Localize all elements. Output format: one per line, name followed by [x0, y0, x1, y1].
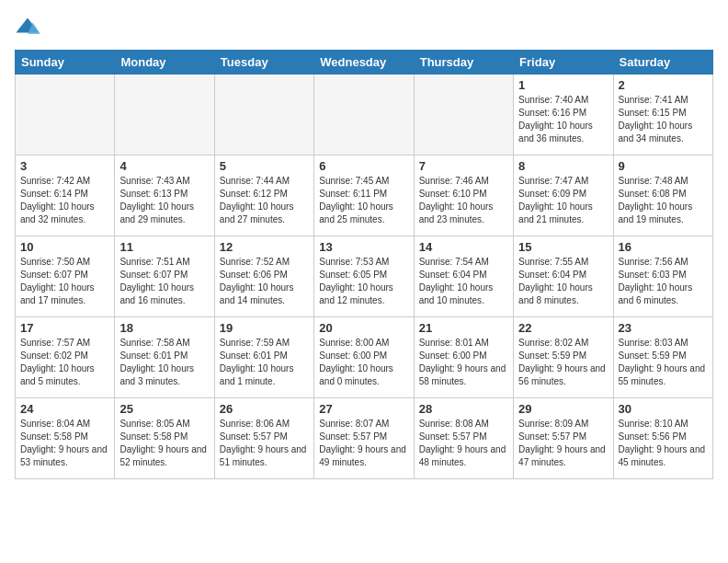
day-info: Sunrise: 8:09 AMSunset: 5:57 PMDaylight:… [518, 418, 608, 469]
day-cell: 15Sunrise: 7:55 AMSunset: 6:04 PMDayligh… [514, 236, 613, 317]
day-cell: 6Sunrise: 7:45 AMSunset: 6:11 PMDaylight… [314, 155, 414, 236]
day-number: 8 [518, 159, 608, 173]
day-cell: 9Sunrise: 7:48 AMSunset: 6:08 PMDaylight… [613, 155, 712, 236]
day-info: Sunrise: 8:01 AMSunset: 6:00 PMDaylight:… [419, 337, 508, 388]
day-cell: 12Sunrise: 7:52 AMSunset: 6:06 PMDayligh… [214, 236, 313, 317]
day-number: 15 [518, 240, 608, 254]
day-number: 27 [319, 402, 408, 416]
calendar-header-row: SundayMondayTuesdayWednesdayThursdayFrid… [16, 51, 713, 75]
col-header-saturday: Saturday [613, 51, 712, 75]
main-container: SundayMondayTuesdayWednesdayThursdayFrid… [0, 0, 728, 487]
day-info: Sunrise: 7:40 AMSunset: 6:16 PMDaylight:… [518, 94, 608, 145]
day-number: 18 [119, 321, 209, 335]
day-info: Sunrise: 8:04 AMSunset: 5:58 PMDaylight:… [20, 418, 109, 469]
col-header-sunday: Sunday [16, 51, 115, 75]
day-number: 4 [119, 159, 209, 173]
col-header-thursday: Thursday [414, 51, 513, 75]
col-header-tuesday: Tuesday [214, 51, 313, 75]
week-row-4: 17Sunrise: 7:57 AMSunset: 6:02 PMDayligh… [16, 317, 713, 398]
day-number: 20 [319, 321, 408, 335]
week-row-1: 1Sunrise: 7:40 AMSunset: 6:16 PMDaylight… [16, 75, 713, 155]
day-number: 6 [319, 159, 408, 173]
day-cell [414, 75, 513, 155]
week-row-3: 10Sunrise: 7:50 AMSunset: 6:07 PMDayligh… [16, 236, 713, 317]
day-info: Sunrise: 7:50 AMSunset: 6:07 PMDaylight:… [20, 256, 109, 307]
col-header-friday: Friday [514, 51, 613, 75]
day-info: Sunrise: 7:46 AMSunset: 6:10 PMDaylight:… [419, 175, 508, 226]
day-cell: 19Sunrise: 7:59 AMSunset: 6:01 PMDayligh… [214, 317, 313, 398]
day-cell [115, 75, 214, 155]
logo-icon [15, 15, 40, 40]
calendar-table: SundayMondayTuesdayWednesdayThursdayFrid… [15, 50, 713, 479]
day-cell [314, 75, 414, 155]
day-info: Sunrise: 7:52 AMSunset: 6:06 PMDaylight:… [220, 256, 309, 307]
day-number: 30 [619, 402, 708, 416]
day-cell: 2Sunrise: 7:41 AMSunset: 6:15 PMDaylight… [613, 75, 712, 155]
day-cell: 10Sunrise: 7:50 AMSunset: 6:07 PMDayligh… [16, 236, 115, 317]
day-info: Sunrise: 7:58 AMSunset: 6:01 PMDaylight:… [119, 337, 209, 388]
day-info: Sunrise: 8:10 AMSunset: 5:56 PMDaylight:… [619, 418, 708, 469]
day-number: 7 [419, 159, 508, 173]
day-number: 9 [619, 159, 708, 173]
logo [15, 15, 42, 40]
day-number: 23 [619, 321, 708, 335]
day-cell [214, 75, 313, 155]
day-info: Sunrise: 7:57 AMSunset: 6:02 PMDaylight:… [20, 337, 109, 388]
day-cell: 24Sunrise: 8:04 AMSunset: 5:58 PMDayligh… [16, 398, 115, 479]
day-info: Sunrise: 7:56 AMSunset: 6:03 PMDaylight:… [619, 256, 708, 307]
day-number: 19 [220, 321, 309, 335]
day-cell: 20Sunrise: 8:00 AMSunset: 6:00 PMDayligh… [314, 317, 414, 398]
day-cell: 27Sunrise: 8:07 AMSunset: 5:57 PMDayligh… [314, 398, 414, 479]
day-info: Sunrise: 7:47 AMSunset: 6:09 PMDaylight:… [518, 175, 608, 226]
day-number: 25 [119, 402, 209, 416]
day-number: 3 [20, 159, 109, 173]
day-info: Sunrise: 7:59 AMSunset: 6:01 PMDaylight:… [220, 337, 309, 388]
week-row-2: 3Sunrise: 7:42 AMSunset: 6:14 PMDaylight… [16, 155, 713, 236]
day-cell: 13Sunrise: 7:53 AMSunset: 6:05 PMDayligh… [314, 236, 414, 317]
day-cell: 16Sunrise: 7:56 AMSunset: 6:03 PMDayligh… [613, 236, 712, 317]
day-cell: 14Sunrise: 7:54 AMSunset: 6:04 PMDayligh… [414, 236, 513, 317]
day-number: 2 [619, 78, 708, 92]
day-info: Sunrise: 7:41 AMSunset: 6:15 PMDaylight:… [619, 94, 708, 145]
day-number: 16 [619, 240, 708, 254]
day-cell: 30Sunrise: 8:10 AMSunset: 5:56 PMDayligh… [613, 398, 712, 479]
day-info: Sunrise: 7:55 AMSunset: 6:04 PMDaylight:… [518, 256, 608, 307]
day-info: Sunrise: 7:51 AMSunset: 6:07 PMDaylight:… [119, 256, 209, 307]
day-cell: 29Sunrise: 8:09 AMSunset: 5:57 PMDayligh… [514, 398, 613, 479]
day-info: Sunrise: 7:42 AMSunset: 6:14 PMDaylight:… [20, 175, 109, 226]
day-cell [16, 75, 115, 155]
day-cell: 11Sunrise: 7:51 AMSunset: 6:07 PMDayligh… [115, 236, 214, 317]
day-number: 29 [518, 402, 608, 416]
day-info: Sunrise: 8:08 AMSunset: 5:57 PMDaylight:… [419, 418, 508, 469]
day-number: 24 [20, 402, 109, 416]
day-cell: 26Sunrise: 8:06 AMSunset: 5:57 PMDayligh… [214, 398, 313, 479]
day-info: Sunrise: 7:45 AMSunset: 6:11 PMDaylight:… [319, 175, 408, 226]
day-info: Sunrise: 7:54 AMSunset: 6:04 PMDaylight:… [419, 256, 508, 307]
day-cell: 28Sunrise: 8:08 AMSunset: 5:57 PMDayligh… [414, 398, 513, 479]
day-number: 5 [220, 159, 309, 173]
day-number: 12 [220, 240, 309, 254]
day-number: 13 [319, 240, 408, 254]
week-row-5: 24Sunrise: 8:04 AMSunset: 5:58 PMDayligh… [16, 398, 713, 479]
day-cell: 8Sunrise: 7:47 AMSunset: 6:09 PMDaylight… [514, 155, 613, 236]
day-cell: 25Sunrise: 8:05 AMSunset: 5:58 PMDayligh… [115, 398, 214, 479]
day-info: Sunrise: 7:53 AMSunset: 6:05 PMDaylight:… [319, 256, 408, 307]
day-cell: 22Sunrise: 8:02 AMSunset: 5:59 PMDayligh… [514, 317, 613, 398]
day-info: Sunrise: 8:00 AMSunset: 6:00 PMDaylight:… [319, 337, 408, 388]
day-number: 22 [518, 321, 608, 335]
day-cell: 1Sunrise: 7:40 AMSunset: 6:16 PMDaylight… [514, 75, 613, 155]
day-number: 21 [419, 321, 508, 335]
col-header-wednesday: Wednesday [314, 51, 414, 75]
day-cell: 4Sunrise: 7:43 AMSunset: 6:13 PMDaylight… [115, 155, 214, 236]
day-number: 26 [220, 402, 309, 416]
day-cell: 17Sunrise: 7:57 AMSunset: 6:02 PMDayligh… [16, 317, 115, 398]
day-info: Sunrise: 7:48 AMSunset: 6:08 PMDaylight:… [619, 175, 708, 226]
day-info: Sunrise: 8:05 AMSunset: 5:58 PMDaylight:… [119, 418, 209, 469]
day-info: Sunrise: 8:03 AMSunset: 5:59 PMDaylight:… [619, 337, 708, 388]
day-cell: 7Sunrise: 7:46 AMSunset: 6:10 PMDaylight… [414, 155, 513, 236]
day-number: 17 [20, 321, 109, 335]
day-cell: 5Sunrise: 7:44 AMSunset: 6:12 PMDaylight… [214, 155, 313, 236]
day-number: 1 [518, 78, 608, 92]
day-info: Sunrise: 8:02 AMSunset: 5:59 PMDaylight:… [518, 337, 608, 388]
col-header-monday: Monday [115, 51, 214, 75]
